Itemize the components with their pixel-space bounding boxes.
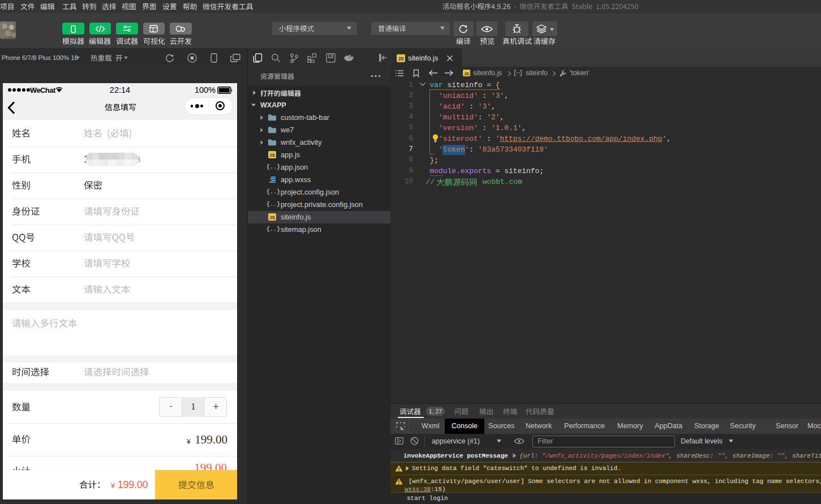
svg-text:JS: JS bbox=[398, 55, 404, 61]
svg-text:JS: JS bbox=[464, 71, 469, 76]
svg-text:JS: JS bbox=[269, 153, 275, 158]
svg-text:JS: JS bbox=[269, 215, 275, 220]
